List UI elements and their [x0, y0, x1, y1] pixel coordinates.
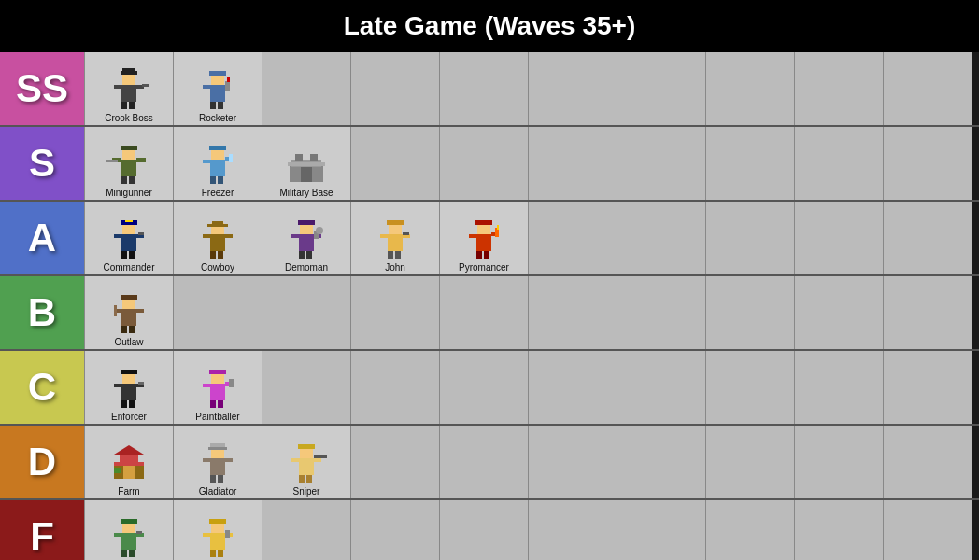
svg-rect-4: [114, 85, 121, 89]
tier-cell-empty-c-3: [350, 351, 439, 424]
svg-point-62: [316, 227, 323, 234]
tier-row-f: F Scout Soldier: [0, 500, 979, 560]
tier-cell-empty-s-9: [883, 127, 972, 200]
svg-rect-31: [210, 176, 216, 184]
item-label-cowboy: Cowboy: [201, 262, 234, 273]
tier-table: SS Crook Boss RocketerS Minigunner: [0, 52, 979, 560]
tier-cell-empty-d-3: [350, 426, 439, 498]
svg-rect-22: [106, 160, 118, 162]
item-label-freezer: Freezer: [202, 188, 234, 198]
svg-rect-21: [136, 158, 146, 162]
item-label-demoman: Demoman: [285, 262, 328, 273]
tier-item-commander: Commander: [84, 202, 173, 274]
tier-cells-a: Commander Cowboy Demoman John: [84, 202, 979, 274]
tier-item-minigunner: Minigunner: [84, 127, 173, 200]
svg-rect-0: [121, 85, 136, 102]
tier-cell-empty-f-8: [794, 500, 883, 560]
char-icon-scout: [105, 512, 153, 560]
tier-cell-empty-b-2: [262, 276, 350, 349]
char-icon-cowboy: [193, 214, 242, 262]
item-label-john: John: [385, 262, 405, 273]
svg-rect-95: [138, 382, 144, 385]
char-icon-crook-boss: [105, 64, 153, 113]
tier-cell-empty-d-9: [883, 426, 972, 498]
svg-rect-131: [121, 519, 137, 524]
svg-rect-111: [114, 468, 121, 473]
svg-rect-12: [203, 85, 210, 89]
svg-rect-75: [475, 220, 492, 225]
tier-cell-empty-c-9: [883, 351, 972, 424]
tier-item-enforcer: Enforcer: [84, 351, 173, 424]
tier-item-gladiator: Gladiator: [173, 426, 262, 498]
svg-rect-25: [210, 160, 225, 176]
page-title: Late Game (Waves 35+): [344, 11, 636, 40]
item-label-outlaw: Outlaw: [114, 337, 143, 347]
tier-row-ss: SS Crook Boss Rocketer: [0, 52, 979, 127]
char-icon-demoman: [282, 214, 331, 262]
char-icon-freezer: [193, 139, 242, 188]
item-label-minigunner: Minigunner: [106, 188, 151, 198]
svg-rect-86: [114, 305, 117, 316]
svg-rect-68: [380, 234, 388, 238]
svg-rect-9: [210, 85, 225, 102]
tier-cell-empty-b-3: [350, 276, 439, 349]
tier-cells-f: Scout Soldier: [84, 500, 979, 560]
tier-cell-empty-d-4: [439, 426, 528, 498]
char-icon-outlaw: [105, 288, 153, 337]
svg-rect-45: [138, 232, 144, 235]
svg-rect-23: [121, 176, 127, 184]
svg-rect-103: [229, 379, 234, 387]
svg-rect-92: [121, 370, 137, 374]
svg-rect-132: [114, 533, 121, 537]
svg-rect-55: [218, 251, 223, 259]
item-label-pyromancer: Pyromancer: [459, 262, 509, 273]
svg-rect-16: [218, 102, 223, 109]
item-label-enforcer: Enforcer: [111, 412, 147, 422]
tier-label-c: C: [0, 351, 84, 424]
tier-item-scout: Scout: [84, 500, 173, 560]
svg-rect-63: [299, 251, 305, 259]
tier-cell-empty-s-5: [528, 127, 617, 200]
item-label-farm: Farm: [118, 486, 139, 497]
svg-rect-96: [121, 400, 127, 408]
svg-rect-80: [476, 251, 482, 259]
svg-rect-15: [210, 102, 216, 109]
svg-rect-104: [210, 400, 216, 408]
tier-cell-empty-c-2: [262, 351, 350, 424]
tier-label-d: D: [0, 426, 84, 498]
svg-rect-123: [298, 444, 315, 449]
tier-cell-empty-ss-8: [794, 52, 883, 125]
tier-item-military-base: Military Base: [262, 127, 350, 200]
svg-rect-89: [129, 326, 135, 333]
svg-rect-121: [299, 458, 314, 475]
svg-rect-88: [121, 326, 127, 333]
item-label-gladiator: Gladiator: [199, 486, 237, 497]
svg-rect-54: [210, 251, 216, 259]
tier-item-crook-boss: Crook Boss: [84, 52, 173, 125]
svg-rect-72: [395, 251, 401, 259]
svg-rect-81: [484, 251, 490, 259]
svg-rect-126: [314, 455, 327, 458]
svg-rect-110: [123, 466, 135, 479]
svg-rect-36: [310, 154, 318, 161]
svg-rect-93: [114, 384, 121, 387]
svg-rect-38: [288, 162, 325, 166]
svg-rect-100: [209, 370, 226, 374]
svg-rect-64: [306, 251, 312, 259]
tier-cell-empty-b-9: [883, 276, 972, 349]
svg-rect-58: [298, 220, 315, 225]
tier-cell-empty-d-7: [705, 426, 794, 498]
svg-rect-108: [114, 462, 144, 466]
svg-rect-117: [199, 455, 203, 468]
tier-label-a: A: [0, 202, 84, 274]
svg-rect-46: [121, 251, 127, 259]
tier-label-ss: SS: [0, 52, 84, 125]
char-icon-pyromancer: [460, 214, 508, 262]
svg-rect-6: [142, 84, 149, 87]
item-label-rocketer: Rocketer: [199, 113, 236, 123]
tier-cell-empty-b-5: [528, 276, 617, 349]
tier-cell-empty-a-6: [617, 202, 705, 274]
char-icon-minigunner: [105, 139, 153, 188]
svg-rect-42: [125, 220, 133, 222]
tier-cell-empty-b-7: [705, 276, 794, 349]
